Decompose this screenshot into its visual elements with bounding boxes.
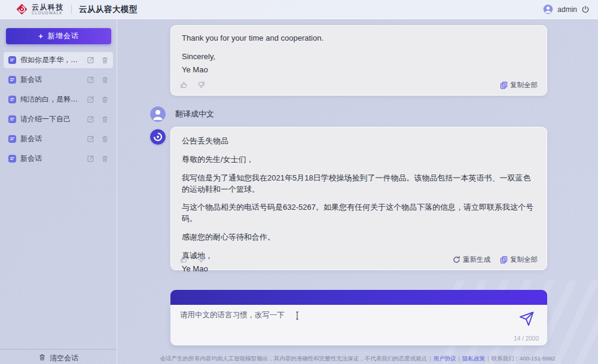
footer-disclaimer: 会话产生的所有内容均由人工智能模型输出，其内容的准确性和完整性无法保证，不代表我… xyxy=(160,355,428,362)
thumbs-down-icon[interactable] xyxy=(197,81,205,89)
clear-icon xyxy=(38,353,46,361)
delete-icon[interactable] xyxy=(101,135,109,143)
clear-chats-label: 清空会话 xyxy=(50,353,78,363)
chat-icon xyxy=(8,115,17,124)
conversation-title: 假如你是李华，你是一... xyxy=(20,55,83,65)
refresh-icon xyxy=(453,256,460,264)
message-line: Ye Mao xyxy=(182,65,536,76)
message-line: 我写信是为了通知您我在2021年5月18日学校操场捡到了一件物品。该物品包括一本… xyxy=(182,173,536,195)
conversation-title: 纯洁的白，是释路梨花... xyxy=(20,94,83,105)
thumbs-up-icon[interactable] xyxy=(180,81,188,89)
assistant-avatar xyxy=(150,129,166,145)
edit-icon[interactable] xyxy=(87,56,94,64)
assistant-message-bubble: Thank you for your time and cooperation.… xyxy=(170,25,547,96)
footer: 会话产生的所有内容均由人工智能模型输出，其内容的准确性和完整性无法保证，不代表我… xyxy=(117,355,598,364)
thumbs-up-icon[interactable] xyxy=(180,255,188,264)
conversation-item[interactable]: 请介绍一下自己 xyxy=(4,111,113,127)
footer-separator: | xyxy=(459,355,460,362)
conversation-item[interactable]: 新会话 xyxy=(4,151,113,167)
conversation-title: 新会话 xyxy=(20,75,83,85)
terms-link[interactable]: 用户协议 xyxy=(434,355,456,362)
send-button[interactable] xyxy=(518,310,535,327)
privacy-link[interactable]: 隐私政策 xyxy=(462,355,485,362)
conversation-title: 新会话 xyxy=(20,154,83,164)
delete-icon[interactable] xyxy=(101,115,109,123)
composer: 14 / 2000 xyxy=(170,290,547,345)
conversation-title: 请介绍一下自己 xyxy=(20,114,83,124)
edit-icon[interactable] xyxy=(87,115,94,123)
conversation-item[interactable]: 纯洁的白，是释路梨花... xyxy=(4,91,113,108)
new-chat-button[interactable]: + 新增会话 xyxy=(6,28,111,44)
chat-icon xyxy=(8,154,17,163)
composer-accent-bar xyxy=(170,290,547,305)
chat-icon xyxy=(8,134,17,143)
regenerate-label: 重新生成 xyxy=(463,255,490,264)
message-line: 与这个物品相关的电话号码是632-5267。如果您有任何关于这个物品下落的信息，… xyxy=(182,202,536,225)
new-chat-label: 新增会话 xyxy=(48,31,79,41)
user-avatar-icon[interactable] xyxy=(543,4,553,14)
copy-all-label: 复制全部 xyxy=(510,255,538,264)
delete-icon[interactable] xyxy=(101,56,109,64)
char-counter: 14 / 2000 xyxy=(514,335,539,342)
user-message-text: 翻译成中文 xyxy=(175,109,214,120)
copy-all-label: 复制全部 xyxy=(510,81,538,90)
chat-area: Thank you for your time and cooperation.… xyxy=(117,19,598,364)
footer-separator: | xyxy=(429,355,431,362)
send-icon xyxy=(518,310,535,327)
brand: 云从科技 CLOUDWALK xyxy=(32,4,64,16)
chat-icon xyxy=(8,75,17,84)
delete-icon[interactable] xyxy=(101,155,109,163)
chat-icon xyxy=(8,56,17,65)
chat-icon xyxy=(8,95,17,104)
edit-icon[interactable] xyxy=(87,76,94,84)
message-input[interactable] xyxy=(180,311,431,319)
thumbs-down-icon[interactable] xyxy=(197,255,205,264)
delete-icon[interactable] xyxy=(101,96,109,103)
conversation-item[interactable]: 新会话 xyxy=(4,131,113,147)
conversation-list: 假如你是李华，你是一... 新会话 纯洁的白，是释路梨花... xyxy=(0,52,117,167)
clear-chats-button[interactable]: 清空会话 xyxy=(0,349,117,364)
copy-all-button[interactable]: 复制全部 xyxy=(500,81,538,90)
copy-icon xyxy=(500,256,508,264)
header-divider xyxy=(71,5,72,14)
sidebar: + 新增会话 假如你是李华，你是一... 新会话 xyxy=(0,19,117,364)
brand-subtitle: CLOUDWALK xyxy=(32,11,64,16)
page-title: 云从从容大模型 xyxy=(79,4,138,15)
regenerate-button[interactable]: 重新生成 xyxy=(453,255,490,264)
app-header: 云从科技 CLOUDWALK 云从从容大模型 admin xyxy=(0,0,598,19)
copy-all-button[interactable]: 复制全部 xyxy=(500,255,538,264)
edit-icon[interactable] xyxy=(87,155,94,163)
conversation-item[interactable]: 新会话 xyxy=(4,72,113,88)
edit-icon[interactable] xyxy=(87,135,94,143)
message-line: Thank you for your time and cooperation. xyxy=(182,33,536,44)
cloudwalk-logo-icon xyxy=(16,3,28,16)
conversation-item[interactable]: 假如你是李华，你是一... xyxy=(4,52,113,68)
copy-icon xyxy=(500,81,508,89)
footer-separator: | xyxy=(487,355,489,362)
message-line: 公告丢失物品 xyxy=(182,136,536,147)
delete-icon[interactable] xyxy=(101,76,109,84)
message-line: 感谢您的耐心等待和合作。 xyxy=(182,232,536,243)
message-line: 尊敬的先生/女士们， xyxy=(182,154,536,166)
composer-panel: 14 / 2000 xyxy=(170,305,547,345)
conversation-title: 新会话 xyxy=(20,134,83,144)
edit-icon[interactable] xyxy=(87,96,94,103)
contact-info: 联系我们：400-151-5992 xyxy=(492,355,556,362)
username[interactable]: admin xyxy=(557,5,577,14)
message-line: Sincerely, xyxy=(182,51,536,63)
logout-power-icon[interactable] xyxy=(581,5,590,14)
brand-name: 云从科技 xyxy=(32,4,64,11)
ibeam-cursor xyxy=(295,311,300,322)
plus-icon: + xyxy=(38,32,44,40)
user-avatar xyxy=(150,106,166,122)
assistant-message-bubble: 公告丢失物品 尊敬的先生/女士们， 我写信是为了通知您我在2021年5月18日学… xyxy=(170,127,547,270)
user-message-row: 翻译成中文 xyxy=(170,106,547,122)
